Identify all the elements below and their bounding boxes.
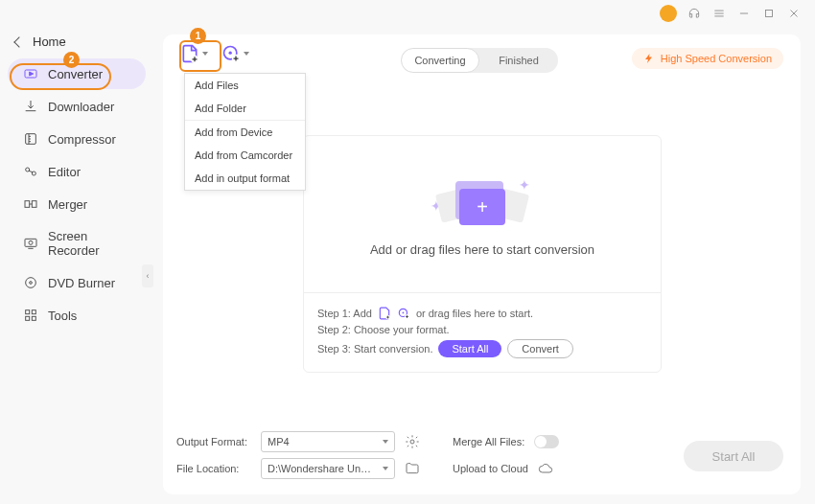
- dropzone-upper: ✦ + ✦ Add or drag files here to start co…: [304, 136, 661, 292]
- high-speed-conversion[interactable]: High Speed Conversion: [632, 48, 783, 69]
- sidebar-item-label: DVD Burner: [48, 276, 115, 290]
- file-location-label: File Location:: [176, 463, 251, 474]
- svg-rect-14: [32, 201, 36, 208]
- sidebar-item-label: Downloader: [48, 100, 114, 114]
- add-dropdown-menu: Add Files Add Folder Add from Device Add…: [184, 73, 306, 191]
- svg-point-20: [30, 282, 33, 285]
- download-icon: [23, 99, 38, 114]
- svg-marker-8: [30, 72, 34, 76]
- screen-recorder-icon: [23, 236, 38, 251]
- output-format-label: Output Format:: [176, 436, 251, 447]
- tab-converting[interactable]: Converting: [401, 48, 479, 73]
- start-all-button[interactable]: Start All: [684, 441, 783, 471]
- dropzone-text: Add or drag files here to start conversi…: [370, 242, 594, 257]
- svg-rect-24: [32, 316, 35, 320]
- sidebar-item-label: Screen Recorder: [48, 229, 130, 258]
- dropdown-add-files[interactable]: Add Files: [185, 74, 305, 97]
- file-add-icon: [180, 44, 199, 63]
- dropzone-steps: Step 1: Add or drag files here to start.…: [304, 292, 661, 372]
- sidebar-item-label: Converter: [48, 67, 103, 81]
- svg-rect-22: [32, 310, 35, 314]
- sidebar-collapse-handle[interactable]: ‹: [142, 264, 153, 287]
- sidebar-item-screen-recorder[interactable]: Screen Recorder: [8, 221, 146, 265]
- tabs: Converting Finished: [401, 48, 558, 73]
- add-file-button[interactable]: [180, 44, 208, 63]
- upload-cloud-label: Upload to Cloud: [453, 463, 528, 474]
- tools-icon: [23, 308, 38, 323]
- dropdown-add-camcorder[interactable]: Add from Camcorder: [185, 144, 305, 167]
- menu-icon[interactable]: [711, 6, 727, 21]
- sidebar-item-tools[interactable]: Tools: [8, 300, 146, 331]
- merger-icon: [23, 196, 38, 212]
- svg-rect-13: [25, 201, 30, 208]
- dropdown-add-folder[interactable]: Add Folder: [185, 97, 305, 120]
- titlebar: [660, 0, 815, 27]
- step-2: Step 2: Choose your format.: [317, 324, 647, 335]
- dvd-icon: [23, 275, 38, 290]
- step-1: Step 1: Add or drag files here to start.: [317, 307, 647, 320]
- maximize-button[interactable]: [761, 6, 777, 21]
- editor-icon: [23, 164, 38, 179]
- chevron-down-icon: [244, 52, 249, 56]
- home-link[interactable]: Home: [0, 27, 153, 57]
- gear-icon[interactable]: [405, 434, 420, 449]
- headset-icon[interactable]: [687, 6, 702, 21]
- dropzone[interactable]: ✦ + ✦ Add or drag files here to start co…: [303, 135, 662, 373]
- add-disc-button[interactable]: [221, 44, 249, 63]
- sidebar-item-label: Tools: [48, 309, 77, 323]
- toolbar: [180, 44, 249, 63]
- step-3: Step 3: Start conversion. Start All Conv…: [317, 339, 647, 358]
- sidebar-item-merger[interactable]: Merger: [8, 189, 146, 219]
- sidebar: Home Converter Downloader Compressor Edi…: [0, 0, 153, 504]
- output-format-select[interactable]: MP4: [261, 431, 395, 452]
- chevron-down-icon: [383, 467, 388, 470]
- sidebar-item-label: Merger: [48, 197, 87, 212]
- sidebar-item-compressor[interactable]: Compressor: [8, 124, 146, 154]
- compressor-icon: [23, 131, 38, 147]
- high-speed-label: High Speed Conversion: [661, 53, 772, 64]
- avatar[interactable]: [660, 5, 677, 22]
- disc-add-icon: [397, 307, 410, 320]
- minimize-button[interactable]: [736, 6, 752, 21]
- tab-finished[interactable]: Finished: [479, 48, 558, 73]
- file-add-icon: [378, 307, 391, 320]
- svg-point-19: [26, 278, 36, 288]
- chevron-left-icon: [13, 36, 24, 47]
- close-button[interactable]: [786, 6, 802, 21]
- folder-icon[interactable]: [405, 461, 420, 476]
- converter-icon: [23, 66, 38, 81]
- svg-line-12: [29, 171, 33, 172]
- cloud-icon[interactable]: [538, 461, 553, 476]
- svg-rect-16: [25, 239, 36, 246]
- svg-point-31: [402, 312, 404, 314]
- annotation-badge-2: 2: [63, 52, 80, 68]
- sidebar-item-downloader[interactable]: Downloader: [8, 91, 146, 122]
- file-location-select[interactable]: D:\Wondershare UniConverter 1: [261, 458, 395, 479]
- svg-rect-23: [26, 316, 30, 320]
- start-all-inline-button[interactable]: Start All: [438, 340, 501, 357]
- bolt-icon: [643, 53, 655, 64]
- annotation-badge-1: 1: [190, 28, 206, 44]
- chevron-down-icon: [383, 440, 388, 444]
- chevron-down-icon: [202, 52, 208, 56]
- svg-rect-4: [766, 11, 773, 17]
- svg-point-33: [410, 440, 414, 444]
- sidebar-item-label: Compressor: [48, 132, 116, 147]
- merge-label: Merge All Files:: [453, 436, 524, 447]
- convert-inline-button[interactable]: Convert: [507, 339, 573, 358]
- svg-point-27: [229, 52, 232, 55]
- svg-point-17: [29, 241, 33, 244]
- home-label: Home: [33, 34, 66, 49]
- merge-toggle[interactable]: [534, 435, 559, 448]
- dropdown-add-device[interactable]: Add from Device: [185, 121, 305, 144]
- sidebar-item-label: Editor: [48, 165, 81, 179]
- folder-illustration: ✦ + ✦: [444, 172, 521, 229]
- main-panel: Converting Finished High Speed Conversio…: [163, 34, 801, 494]
- sidebar-item-dvd-burner[interactable]: DVD Burner: [8, 267, 146, 298]
- sidebar-item-editor[interactable]: Editor: [8, 156, 146, 187]
- dropdown-add-output[interactable]: Add in output format: [185, 167, 305, 190]
- svg-rect-21: [26, 310, 30, 314]
- disc-add-icon: [221, 44, 241, 63]
